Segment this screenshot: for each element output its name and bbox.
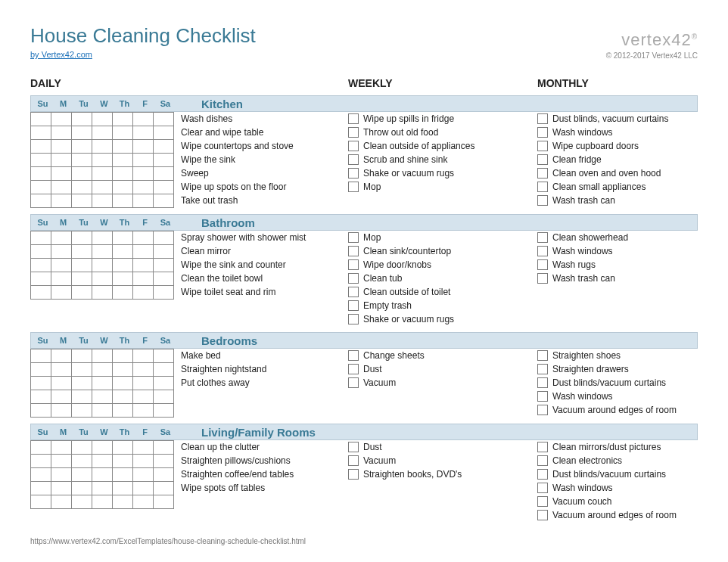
checkbox[interactable]: [348, 377, 359, 388]
checkbox[interactable]: [537, 141, 548, 151]
daily-cell[interactable]: [31, 455, 51, 468]
checkbox[interactable]: [537, 510, 548, 520]
checkbox[interactable]: [537, 168, 548, 179]
checkbox[interactable]: [537, 259, 548, 270]
checkbox[interactable]: [537, 364, 548, 374]
daily-cell[interactable]: [133, 245, 154, 259]
daily-cell[interactable]: [133, 495, 154, 509]
checkbox[interactable]: [348, 113, 359, 124]
daily-cell[interactable]: [72, 377, 92, 390]
daily-cell[interactable]: [133, 455, 154, 468]
daily-cell[interactable]: [154, 286, 174, 300]
daily-cell[interactable]: [72, 495, 92, 509]
daily-cell[interactable]: [51, 113, 72, 126]
daily-cell[interactable]: [133, 349, 154, 363]
daily-cell[interactable]: [133, 482, 154, 495]
daily-cell[interactable]: [72, 286, 92, 300]
daily-cell[interactable]: [113, 390, 133, 404]
daily-cell[interactable]: [154, 495, 174, 509]
daily-cell[interactable]: [154, 113, 174, 126]
daily-cell[interactable]: [31, 126, 51, 140]
daily-cell[interactable]: [92, 441, 113, 455]
daily-cell[interactable]: [92, 377, 113, 390]
daily-cell[interactable]: [113, 349, 133, 363]
daily-cell[interactable]: [31, 286, 51, 300]
daily-cell[interactable]: [154, 468, 174, 482]
daily-cell[interactable]: [133, 140, 154, 154]
daily-cell[interactable]: [31, 363, 51, 377]
daily-cell[interactable]: [31, 482, 51, 495]
daily-cell[interactable]: [92, 259, 113, 272]
checkbox[interactable]: [348, 168, 359, 179]
daily-cell[interactable]: [92, 154, 113, 167]
daily-cell[interactable]: [51, 441, 72, 455]
checkbox[interactable]: [537, 232, 548, 243]
daily-cell[interactable]: [72, 113, 92, 126]
checkbox[interactable]: [537, 273, 548, 284]
daily-cell[interactable]: [72, 441, 92, 455]
checkbox[interactable]: [537, 350, 548, 361]
daily-cell[interactable]: [154, 181, 174, 194]
daily-cell[interactable]: [133, 126, 154, 140]
daily-cell[interactable]: [133, 441, 154, 455]
daily-cell[interactable]: [113, 126, 133, 140]
checkbox[interactable]: [537, 127, 548, 138]
daily-cell[interactable]: [92, 245, 113, 259]
daily-cell[interactable]: [92, 194, 113, 208]
daily-cell[interactable]: [51, 154, 72, 167]
daily-cell[interactable]: [133, 404, 154, 418]
daily-cell[interactable]: [51, 349, 72, 363]
daily-cell[interactable]: [154, 231, 174, 245]
daily-cell[interactable]: [133, 154, 154, 167]
daily-cell[interactable]: [51, 377, 72, 390]
daily-cell[interactable]: [113, 495, 133, 509]
checkbox[interactable]: [537, 377, 548, 388]
daily-cell[interactable]: [51, 468, 72, 482]
daily-cell[interactable]: [51, 272, 72, 286]
daily-cell[interactable]: [51, 482, 72, 495]
daily-cell[interactable]: [133, 468, 154, 482]
daily-cell[interactable]: [113, 286, 133, 300]
daily-cell[interactable]: [133, 272, 154, 286]
checkbox[interactable]: [537, 113, 548, 124]
daily-cell[interactable]: [31, 495, 51, 509]
daily-cell[interactable]: [133, 286, 154, 300]
daily-cell[interactable]: [154, 154, 174, 167]
daily-cell[interactable]: [92, 272, 113, 286]
daily-cell[interactable]: [133, 113, 154, 126]
checkbox[interactable]: [537, 246, 548, 256]
checkbox[interactable]: [348, 154, 359, 165]
daily-cell[interactable]: [113, 259, 133, 272]
daily-cell[interactable]: [133, 194, 154, 208]
daily-cell[interactable]: [92, 455, 113, 468]
checkbox[interactable]: [348, 273, 359, 284]
daily-cell[interactable]: [92, 390, 113, 404]
daily-cell[interactable]: [113, 482, 133, 495]
daily-cell[interactable]: [113, 245, 133, 259]
daily-cell[interactable]: [133, 181, 154, 194]
daily-cell[interactable]: [154, 363, 174, 377]
daily-cell[interactable]: [31, 231, 51, 245]
daily-cell[interactable]: [51, 495, 72, 509]
daily-cell[interactable]: [31, 468, 51, 482]
checkbox[interactable]: [537, 496, 548, 507]
daily-cell[interactable]: [154, 455, 174, 468]
checkbox[interactable]: [348, 232, 359, 243]
daily-cell[interactable]: [51, 181, 72, 194]
checkbox[interactable]: [537, 405, 548, 415]
daily-cell[interactable]: [113, 377, 133, 390]
daily-cell[interactable]: [92, 468, 113, 482]
daily-cell[interactable]: [72, 468, 92, 482]
daily-cell[interactable]: [92, 495, 113, 509]
checkbox[interactable]: [537, 391, 548, 402]
daily-cell[interactable]: [51, 286, 72, 300]
daily-cell[interactable]: [72, 245, 92, 259]
daily-cell[interactable]: [72, 194, 92, 208]
daily-cell[interactable]: [154, 259, 174, 272]
daily-cell[interactable]: [31, 404, 51, 418]
checkbox[interactable]: [348, 364, 359, 374]
daily-cell[interactable]: [31, 194, 51, 208]
daily-cell[interactable]: [51, 404, 72, 418]
daily-cell[interactable]: [51, 126, 72, 140]
daily-cell[interactable]: [113, 455, 133, 468]
